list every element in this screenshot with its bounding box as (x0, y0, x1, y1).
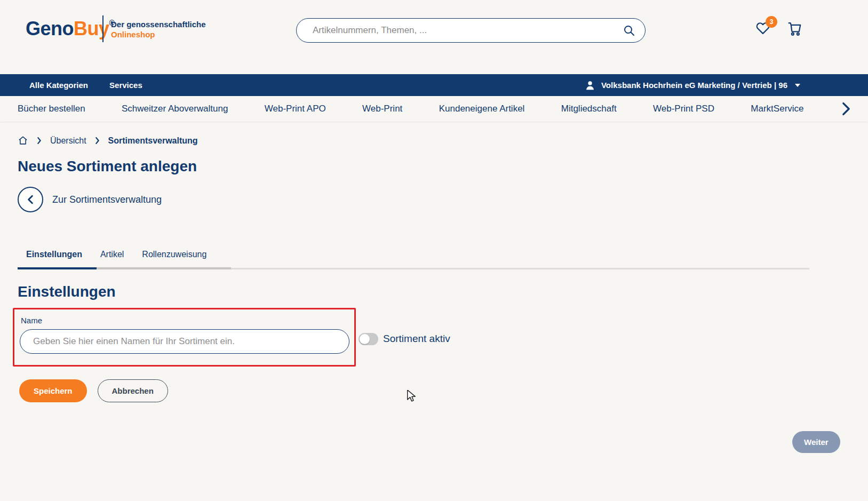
tab-einstellungen[interactable]: Einstellungen (26, 250, 82, 259)
wishlist-button[interactable]: 3 (755, 21, 771, 36)
back-to-sortimentsverwaltung-button[interactable]: Zur Sortimentsverwaltung (18, 187, 162, 212)
page-title: Neues Sortiment anlegen (18, 158, 197, 175)
chevron-left-icon (18, 187, 43, 212)
search-input[interactable] (313, 25, 623, 36)
secondary-nav: Bücher bestellen Schweitzer Aboverwaltun… (0, 96, 868, 122)
subnav-buecher-bestellen[interactable]: Bücher bestellen (18, 104, 85, 114)
wishlist-count-badge: 3 (766, 16, 777, 28)
tagline-line2: Onlineshop (111, 29, 206, 39)
toggle-knob (360, 334, 370, 344)
search-icon[interactable] (623, 24, 635, 37)
breadcrumb-uebersicht[interactable]: Übersicht (50, 136, 86, 146)
subnav-web-print[interactable]: Web-Print (362, 104, 402, 114)
breadcrumb-separator-icon (95, 137, 100, 144)
user-icon (584, 79, 596, 91)
next-button[interactable]: Weiter (792, 431, 840, 453)
subnav-kundeneigene-artikel[interactable]: Kundeneigene Artikel (439, 104, 525, 114)
tab-bar: Einstellungen Artikel Rollenzuweisung (26, 250, 206, 259)
chevron-down-icon (795, 84, 800, 87)
genobuy-logo[interactable]: GenoBuy® (26, 18, 115, 40)
section-heading-einstellungen: Einstellungen (18, 283, 116, 300)
save-button[interactable]: Speichern (19, 379, 87, 402)
brand-tagline: Der genossenschaftliche Onlineshop (111, 19, 206, 39)
sortiment-aktiv-toggle[interactable] (359, 333, 378, 345)
subnav-schweitzer-aboverwaltung[interactable]: Schweitzer Aboverwaltung (122, 104, 228, 114)
header-icons: 3 (755, 20, 803, 36)
subnav-marktservice[interactable]: MarktService (751, 104, 803, 114)
header: GenoBuy® Der genossenschaftliche Onlines… (0, 0, 868, 74)
home-icon[interactable] (18, 136, 28, 146)
search-bar (296, 18, 646, 43)
highlight-annotation-box: Name (13, 308, 356, 367)
tab-artikel[interactable]: Artikel (100, 250, 124, 259)
logo-text-geno: Geno (26, 18, 74, 40)
mouse-cursor (407, 390, 417, 404)
breadcrumb-separator-icon (37, 137, 42, 144)
nav-item-alle-kategorien[interactable]: Alle Kategorien (29, 81, 88, 90)
cart-button[interactable] (786, 20, 803, 36)
form-actions: Speichern Abbrechen (19, 379, 168, 402)
tagline-line1: Der genossenschaftliche (111, 19, 206, 29)
subnav-mitgliedschaft[interactable]: Mitgliedschaft (561, 104, 617, 114)
name-field-label: Name (21, 316, 42, 325)
account-name: Volksbank Hochrhein eG Marketing / Vertr… (601, 81, 787, 90)
account-menu[interactable]: Volksbank Hochrhein eG Marketing / Vertr… (584, 79, 800, 91)
tab-rollenzuweisung[interactable]: Rollenzuweisung (142, 250, 206, 259)
cancel-button[interactable]: Abbrechen (98, 379, 168, 402)
logo-text-buy: Buy (74, 18, 109, 40)
tab-underline (18, 267, 809, 269)
subnav-web-print-apo[interactable]: Web-Print APO (265, 104, 326, 114)
toggle-label: Sortiment aktiv (383, 333, 450, 345)
logo-divider (102, 15, 103, 42)
cart-icon (786, 20, 803, 36)
nav-item-services[interactable]: Services (109, 81, 142, 90)
chevron-right-icon[interactable] (840, 102, 852, 116)
sortiment-name-input[interactable] (20, 329, 349, 354)
breadcrumb-sortimentsverwaltung[interactable]: Sortimentsverwaltung (108, 136, 198, 146)
back-button-label: Zur Sortimentsverwaltung (52, 194, 162, 205)
breadcrumb: Übersicht Sortimentsverwaltung (18, 136, 198, 146)
subnav-web-print-psd[interactable]: Web-Print PSD (653, 104, 714, 114)
page: GenoBuy® Der genossenschaftliche Onlines… (0, 0, 868, 501)
primary-nav: Alle Kategorien Services Volksbank Hochr… (0, 74, 868, 96)
